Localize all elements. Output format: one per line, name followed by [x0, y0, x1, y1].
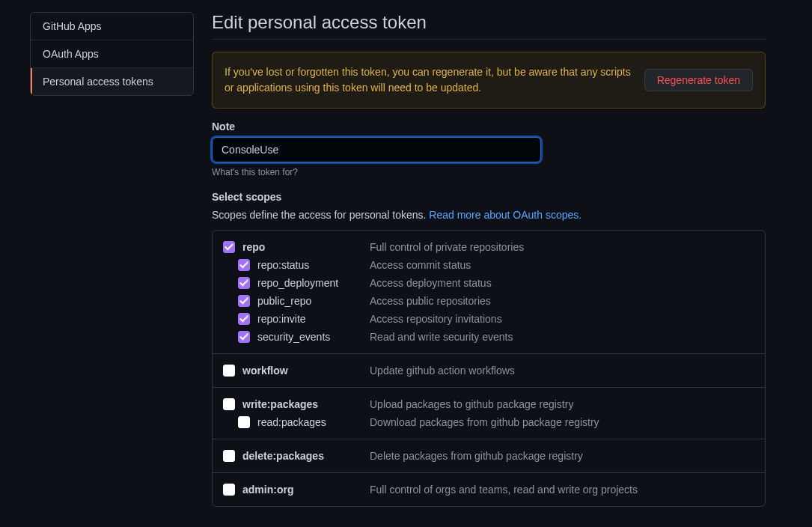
scopes-description: Scopes define the access for personal to…: [212, 209, 766, 221]
scope-checkbox-repo-status[interactable]: [238, 259, 250, 271]
scope-name: repo:status: [257, 259, 370, 271]
scope-checkbox-workflow[interactable]: [223, 365, 235, 377]
scope-row: admin:orgFull control of orgs and teams,…: [223, 481, 754, 499]
scope-row: repo:statusAccess commit status: [223, 256, 754, 274]
scope-group-admin-org: admin:orgFull control of orgs and teams,…: [213, 473, 765, 506]
scope-row: repo_deploymentAccess deployment status: [223, 274, 754, 292]
scope-desc: Download packages from github package re…: [370, 416, 754, 428]
scope-checkbox-repo-invite[interactable]: [238, 313, 250, 325]
sidebar-item-github-apps[interactable]: GitHub Apps: [31, 13, 193, 40]
scope-row: repo:inviteAccess repository invitations: [223, 310, 754, 328]
scopes-list: repoFull control of private repositories…: [212, 230, 766, 507]
sidebar-item-personal-access-tokens[interactable]: Personal access tokens: [31, 68, 193, 95]
scope-checkbox-read-packages[interactable]: [238, 416, 250, 428]
scope-name: security_events: [257, 331, 370, 343]
scope-checkbox-repo-deployment[interactable]: [238, 277, 250, 289]
scope-group-write-packages: write:packagesUpload packages to github …: [213, 388, 765, 439]
note-input[interactable]: [212, 137, 541, 162]
scope-name: repo: [242, 241, 370, 253]
scope-desc: Delete packages from github package regi…: [370, 450, 754, 462]
regenerate-warning-flash: If you've lost or forgotten this token, …: [212, 52, 766, 109]
scope-name: write:packages: [242, 398, 370, 410]
scope-checkbox-write-packages[interactable]: [223, 398, 235, 410]
scope-desc: Upload packages to github package regist…: [370, 398, 754, 410]
scope-row: delete:packagesDelete packages from gith…: [223, 447, 754, 465]
scope-desc: Access commit status: [370, 259, 754, 271]
note-hint: What's this token for?: [212, 167, 766, 177]
scope-desc: Full control of orgs and teams, read and…: [370, 484, 754, 496]
scope-name: public_repo: [257, 295, 370, 307]
scope-checkbox-repo[interactable]: [223, 241, 235, 253]
page-title: Edit personal access token: [212, 12, 766, 40]
note-form-group: Note What's this token for?: [212, 121, 766, 177]
sidebar-menu: GitHub AppsOAuth AppsPersonal access tok…: [30, 12, 194, 96]
main-content: Edit personal access token If you've los…: [212, 12, 766, 507]
scope-checkbox-admin-org[interactable]: [223, 484, 235, 496]
scope-desc: Read and write security events: [370, 331, 754, 343]
settings-sidebar: GitHub AppsOAuth AppsPersonal access tok…: [30, 12, 194, 507]
scope-desc: Update github action workflows: [370, 365, 754, 377]
scope-group-delete-packages: delete:packagesDelete packages from gith…: [213, 439, 765, 473]
scope-desc: Access public repositories: [370, 295, 754, 307]
scopes-label: Select scopes: [212, 191, 766, 203]
regenerate-token-button[interactable]: Regenerate token: [644, 69, 753, 91]
scope-row: workflowUpdate github action workflows: [223, 362, 754, 380]
flash-text: If you've lost or forgotten this token, …: [225, 64, 632, 96]
scope-row: public_repoAccess public repositories: [223, 292, 754, 310]
scope-name: workflow: [242, 365, 370, 377]
scope-row: write:packagesUpload packages to github …: [223, 395, 754, 413]
scope-desc: Access repository invitations: [370, 313, 754, 325]
scope-group-repo: repoFull control of private repositories…: [213, 231, 765, 354]
scope-row: repoFull control of private repositories: [223, 238, 754, 256]
sidebar-item-oauth-apps[interactable]: OAuth Apps: [31, 40, 193, 68]
scope-checkbox-delete-packages[interactable]: [223, 450, 235, 462]
scope-group-workflow: workflowUpdate github action workflows: [213, 354, 765, 388]
note-label: Note: [212, 121, 766, 132]
scope-desc: Full control of private repositories: [370, 241, 754, 253]
scope-name: repo_deployment: [257, 277, 370, 289]
scope-name: delete:packages: [242, 450, 370, 462]
scope-row: read:packagesDownload packages from gith…: [223, 413, 754, 431]
scope-name: read:packages: [257, 416, 370, 428]
scope-row: security_eventsRead and write security e…: [223, 328, 754, 346]
scope-checkbox-public-repo[interactable]: [238, 295, 250, 307]
scope-name: repo:invite: [257, 313, 370, 325]
oauth-scopes-link[interactable]: Read more about OAuth scopes.: [429, 209, 581, 221]
scope-desc: Access deployment status: [370, 277, 754, 289]
scope-name: admin:org: [242, 484, 370, 496]
scope-checkbox-security-events[interactable]: [238, 331, 250, 343]
